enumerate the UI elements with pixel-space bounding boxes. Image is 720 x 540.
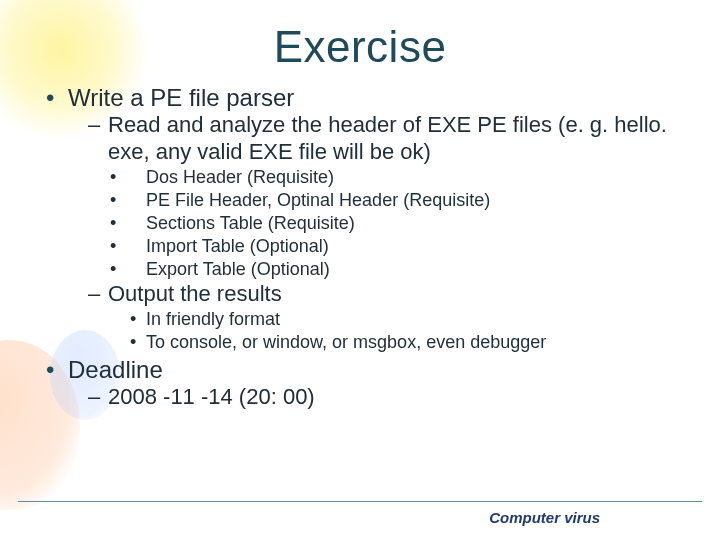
- bullet-text: Sections Table (Requisite): [146, 213, 355, 233]
- bullet-text: In friendly format: [146, 309, 280, 329]
- bullet-text: Read and analyze the header of EXE PE fi…: [108, 112, 667, 164]
- footer-divider: [18, 501, 702, 502]
- list-item: Read and analyze the header of EXE PE fi…: [88, 112, 676, 281]
- list-item: Import Table (Optional): [150, 235, 676, 258]
- list-item: PE File Header, Optinal Header (Requisit…: [150, 189, 676, 212]
- footer-label: Computer virus: [489, 509, 600, 526]
- bullet-text: Deadline: [68, 356, 163, 383]
- bullet-text: Import Table (Optional): [146, 236, 329, 256]
- list-item: Write a PE file parser Read and analyze …: [44, 84, 676, 354]
- bullet-list-level3: Dos Header (Requisite) PE File Header, O…: [150, 166, 676, 281]
- bullet-list-level3: In friendly format To console, or window…: [130, 308, 676, 354]
- bullet-list-level1: Write a PE file parser Read and analyze …: [44, 84, 676, 411]
- list-item: Sections Table (Requisite): [150, 212, 676, 235]
- bullet-text: Write a PE file parser: [68, 84, 294, 111]
- bullet-list-level2: 2008 -11 -14 (20: 00): [88, 384, 676, 411]
- slide: Exercise Write a PE file parser Read and…: [0, 0, 720, 540]
- bullet-text: PE File Header, Optinal Header (Requisit…: [146, 190, 490, 210]
- bullet-text: 2008 -11 -14 (20: 00): [108, 384, 315, 409]
- list-item: 2008 -11 -14 (20: 00): [88, 384, 676, 411]
- bullet-text: Export Table (Optional): [146, 259, 330, 279]
- list-item: Deadline 2008 -11 -14 (20: 00): [44, 356, 676, 411]
- bullet-text: Output the results: [108, 281, 282, 306]
- list-item: Dos Header (Requisite): [150, 166, 676, 189]
- bullet-text: Dos Header (Requisite): [146, 167, 334, 187]
- list-item: Output the results In friendly format To…: [88, 281, 676, 354]
- list-item: To console, or window, or msgbox, even d…: [130, 331, 676, 354]
- list-item: Export Table (Optional): [150, 258, 676, 281]
- list-item: In friendly format: [130, 308, 676, 331]
- bullet-list-level2: Read and analyze the header of EXE PE fi…: [88, 112, 676, 354]
- slide-title: Exercise: [44, 22, 676, 72]
- bullet-text: To console, or window, or msgbox, even d…: [146, 332, 546, 352]
